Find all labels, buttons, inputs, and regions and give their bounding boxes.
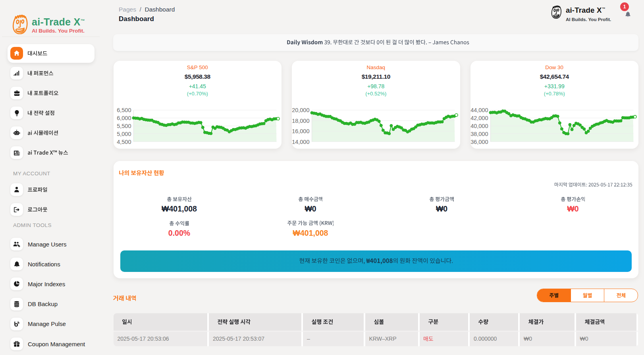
svg-text:44,000: 44,000 [470,107,488,113]
svg-text:42,000: 42,000 [470,114,488,121]
svg-text:16,000: 16,000 [292,128,309,134]
svg-text:6,000: 6,000 [117,114,131,121]
svg-text:6,500: 6,500 [117,107,131,113]
svg-text:40,000: 40,000 [470,122,488,129]
svg-text:5,000: 5,000 [117,130,131,137]
svg-text:36,000: 36,000 [470,138,488,145]
svg-text:14,000: 14,000 [292,138,309,145]
svg-text:20,000: 20,000 [292,107,309,113]
svg-text:4,500: 4,500 [117,138,131,145]
svg-text:5,500: 5,500 [117,122,131,129]
svg-text:18,000: 18,000 [292,117,309,124]
svg-text:38,000: 38,000 [470,130,488,137]
